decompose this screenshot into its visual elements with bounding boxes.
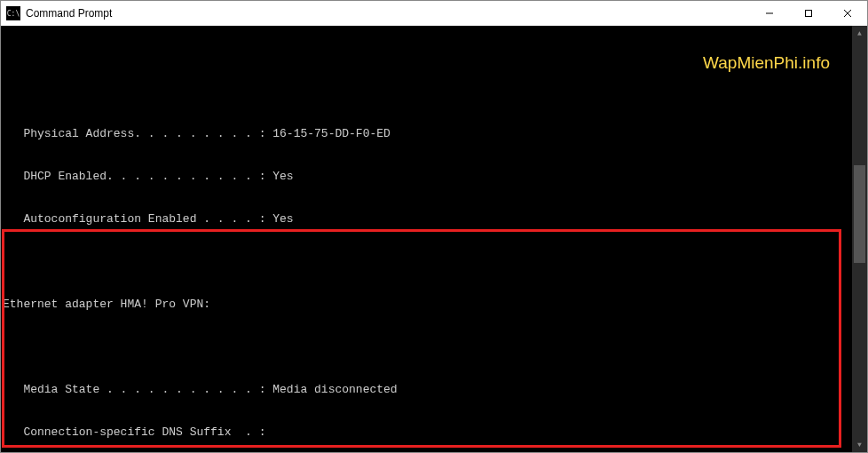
- dhcp-value: Yes: [272, 170, 293, 183]
- hma-dns-suffix: Connection-specific DNS Suffix . :: [3, 425, 265, 439]
- vertical-scrollbar[interactable]: ▲ ▼: [852, 26, 867, 452]
- svg-rect-1: [806, 11, 812, 17]
- autoconf-label: Autoconfiguration Enabled . . . . :: [3, 212, 272, 226]
- autoconf-value: Yes: [272, 212, 293, 226]
- scroll-down-arrow[interactable]: ▼: [852, 437, 867, 452]
- command-prompt-window: C:\ Command Prompt WapMienPhi.info Physi…: [0, 0, 868, 453]
- terminal-output: Physical Address. . . . . . . . . : 16-1…: [1, 99, 867, 452]
- phys-addr-value: 16-15-75-DD-F0-ED: [272, 127, 391, 140]
- dhcp-label: DHCP Enabled. . . . . . . . . . . :: [3, 170, 272, 183]
- cmd-icon: C:\: [6, 6, 20, 20]
- adapter-hma-header: Ethernet adapter HMA! Pro VPN:: [1, 298, 867, 312]
- media-state-label: Media State . . . . . . . . . . . :: [3, 383, 272, 396]
- terminal-area[interactable]: WapMienPhi.info Physical Address. . . . …: [1, 26, 867, 452]
- close-button[interactable]: [828, 1, 867, 26]
- scroll-track[interactable]: [852, 41, 867, 437]
- watermark-text: WapMienPhi.info: [703, 56, 830, 70]
- media-state-value: Media disconnected: [272, 383, 397, 396]
- titlebar[interactable]: C:\ Command Prompt: [1, 1, 867, 26]
- window-controls: [750, 1, 867, 26]
- minimize-button[interactable]: [750, 1, 789, 26]
- maximize-button[interactable]: [789, 1, 828, 26]
- window-title: Command Prompt: [26, 7, 750, 20]
- scroll-up-arrow[interactable]: ▲: [852, 26, 867, 41]
- scroll-thumb[interactable]: [854, 165, 865, 263]
- phys-addr-label: Physical Address. . . . . . . . . :: [3, 127, 272, 140]
